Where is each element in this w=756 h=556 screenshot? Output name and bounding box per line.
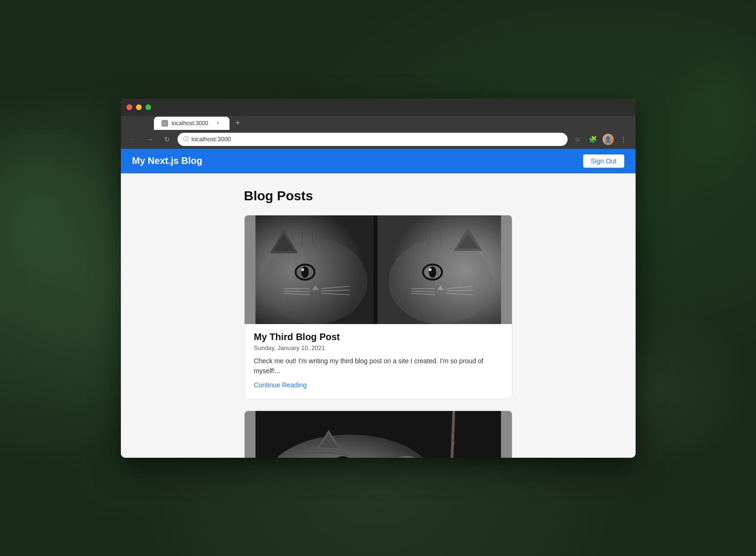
profile-avatar: 👤 bbox=[603, 134, 614, 145]
address-bar[interactable]: ⓘ localhost:3000 bbox=[178, 133, 568, 146]
tab-title: localhost:3000 bbox=[172, 120, 211, 127]
svg-point-23 bbox=[389, 239, 493, 324]
lock-icon: ⓘ bbox=[183, 135, 189, 143]
browser-chrome: i localhost:3000 × + ← → ↻ ⓘ localhost:3… bbox=[121, 99, 636, 149]
back-icon: ← bbox=[130, 136, 136, 143]
blog-post-card-1: My Third Blog Post Sunday, January 10, 2… bbox=[244, 215, 512, 399]
star-button[interactable]: ☆ bbox=[571, 133, 585, 146]
reload-button[interactable]: ↻ bbox=[161, 133, 174, 146]
browser-window: i localhost:3000 × + ← → ↻ ⓘ localhost:3… bbox=[121, 99, 636, 458]
website-content: My Next.js Blog Sign Out Blog Posts bbox=[121, 149, 636, 458]
extensions-icon: 🧩 bbox=[589, 136, 597, 143]
forward-icon: → bbox=[147, 136, 153, 143]
cat-image-svg-1 bbox=[245, 215, 512, 324]
tab-close-button[interactable]: × bbox=[214, 120, 222, 127]
star-icon: ☆ bbox=[575, 136, 581, 143]
svg-point-29 bbox=[429, 268, 432, 271]
minimize-button[interactable] bbox=[136, 104, 142, 110]
browser-tab[interactable]: i localhost:3000 × bbox=[154, 117, 229, 130]
url-text: localhost:3000 bbox=[192, 136, 231, 143]
continue-reading-link-1[interactable]: Continue Reading bbox=[254, 381, 307, 389]
new-tab-button[interactable]: + bbox=[231, 117, 245, 130]
reload-icon: ↻ bbox=[164, 136, 170, 143]
blog-post-excerpt-1: Check me out! I'm writing my third blog … bbox=[254, 356, 502, 376]
more-button[interactable]: ⋮ bbox=[617, 133, 630, 146]
svg-point-28 bbox=[429, 266, 436, 278]
tab-bar: i localhost:3000 × + bbox=[121, 116, 636, 130]
site-logo: My Next.js Blog bbox=[132, 155, 584, 166]
content-inner: Blog Posts bbox=[237, 188, 520, 458]
profile-button[interactable]: 👤 bbox=[602, 133, 615, 146]
back-button[interactable]: ← bbox=[127, 133, 140, 146]
cat-image-svg-2 bbox=[245, 411, 512, 458]
svg-rect-5 bbox=[374, 215, 377, 324]
svg-point-12 bbox=[301, 268, 304, 271]
browser-titlebar bbox=[121, 99, 636, 116]
svg-point-11 bbox=[301, 266, 309, 278]
blog-post-title-1: My Third Blog Post bbox=[254, 332, 502, 342]
site-navbar: My Next.js Blog Sign Out bbox=[121, 149, 636, 173]
close-button[interactable] bbox=[127, 104, 132, 110]
maximize-button[interactable] bbox=[145, 104, 151, 110]
forward-button[interactable]: → bbox=[144, 133, 157, 146]
blog-post-date-1: Sunday, January 10, 2021 bbox=[254, 344, 502, 351]
tab-favicon: i bbox=[161, 120, 168, 127]
blog-post-image-1 bbox=[245, 215, 512, 324]
blog-post-card-2 bbox=[244, 411, 512, 458]
extensions-button[interactable]: 🧩 bbox=[586, 133, 600, 146]
sign-out-button[interactable]: Sign Out bbox=[583, 154, 624, 168]
browser-toolbar: ← → ↻ ⓘ localhost:3000 ☆ 🧩 👤 bbox=[121, 130, 636, 149]
blog-card-body-1: My Third Blog Post Sunday, January 10, 2… bbox=[245, 324, 512, 399]
page-title: Blog Posts bbox=[244, 188, 512, 204]
toolbar-actions: ☆ 🧩 👤 ⋮ bbox=[571, 133, 630, 146]
blog-post-image-2 bbox=[245, 411, 512, 458]
svg-rect-64 bbox=[255, 411, 501, 458]
site-main-content: Blog Posts bbox=[121, 173, 636, 458]
more-icon: ⋮ bbox=[620, 136, 627, 143]
